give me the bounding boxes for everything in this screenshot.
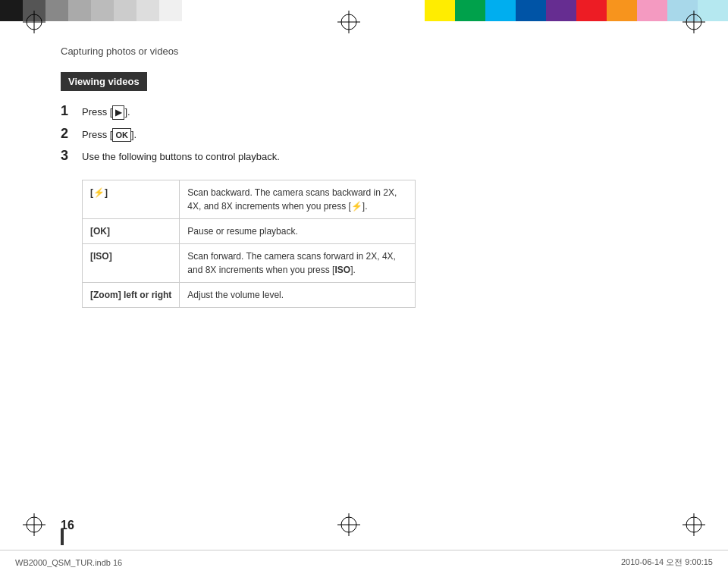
footer-bar: WB2000_QSM_TUR.indb 16 2010-06-14 오전 9:0…: [0, 550, 728, 574]
footer-right: 2010-06-14 오전 9:00:15: [621, 557, 713, 568]
table-desc-cell-ok: Pause or resume playback.: [180, 218, 416, 243]
swatch-lgray4: [136, 0, 159, 21]
footer-left: WB2000_QSM_TUR.indb 16: [15, 558, 122, 567]
swatch-lgray1: [68, 0, 91, 21]
step-3: 3 Use the following buttons to control p…: [61, 148, 667, 165]
step-1: 1 Press [▶].: [61, 103, 667, 120]
swatch-lgray2: [91, 0, 114, 21]
step1-key-icon: ▶: [112, 105, 124, 120]
table-desc-cell-backward: Scan backward. The camera scans backward…: [180, 180, 416, 218]
swatch-blue: [516, 0, 546, 21]
flash-ref: ⚡: [351, 201, 362, 212]
step2-ok-key: OK: [112, 128, 131, 143]
swatch-orange: [607, 0, 637, 21]
table-desc-cell-zoom: Adjust the volume level.: [180, 282, 416, 307]
reg-mark-bottom-left: [23, 513, 46, 536]
table-row: [ISO] Scan forward. The camera scans for…: [83, 243, 416, 282]
reg-mark-bottom-right: [682, 513, 705, 536]
color-bar-top: [0, 0, 728, 21]
table-row: [⚡] Scan backward. The camera scans back…: [83, 180, 416, 218]
page-title: Capturing photos or videos: [61, 45, 667, 57]
step-1-text: Press [▶].: [82, 103, 130, 120]
flash-symbol: ⚡: [93, 186, 105, 199]
table-row: [OK] Pause or resume playback.: [83, 218, 416, 243]
swatch-pink: [637, 0, 667, 21]
control-table: [⚡] Scan backward. The camera scans back…: [82, 180, 416, 308]
swatch-black: [0, 0, 23, 21]
step-2: 2 Press [OK].: [61, 126, 667, 143]
main-content: Capturing photos or videos Viewing video…: [61, 45, 667, 513]
table-key-cell-iso: [ISO]: [83, 243, 180, 282]
swatch-lgray3: [114, 0, 136, 21]
swatch-white: [159, 0, 182, 21]
ok-key-ref: OK: [93, 226, 107, 237]
table-desc-cell-forward: Scan forward. The camera scans forward i…: [180, 243, 416, 282]
steps-list: 1 Press [▶]. 2 Press [OK]. 3 Use the fol…: [61, 103, 667, 165]
step-1-number: 1: [61, 103, 82, 120]
swatch-yellow: [425, 0, 455, 21]
iso-key-ref: ISO: [93, 251, 109, 262]
swatch-green: [455, 0, 485, 21]
table-row: [Zoom] left or right Adjust the volume l…: [83, 282, 416, 307]
section-header: Viewing videos: [61, 72, 147, 91]
reg-mark-top-right: [682, 11, 705, 33]
swatch-gap: [182, 0, 425, 21]
swatch-cyan: [485, 0, 516, 21]
table-key-cell-flash: [⚡]: [83, 180, 180, 218]
step-2-text: Press [OK].: [82, 126, 136, 143]
iso-ref: ISO: [334, 265, 350, 275]
step-3-text: Use the following buttons to control pla…: [82, 148, 280, 165]
zoom-key-ref: Zoom: [93, 290, 118, 300]
table-key-cell-zoom: [Zoom] left or right: [83, 282, 180, 307]
reg-mark-top-left: [23, 11, 46, 33]
step-2-number: 2: [61, 126, 82, 143]
table-key-cell-ok: [OK]: [83, 218, 180, 243]
swatch-red: [576, 0, 607, 21]
swatch-violet: [546, 0, 576, 21]
step-3-number: 3: [61, 148, 82, 165]
page-number-bar: [61, 529, 64, 545]
swatch-mgray: [46, 0, 68, 21]
reg-mark-top-center: [337, 11, 360, 33]
reg-mark-bottom-center: [337, 513, 360, 536]
